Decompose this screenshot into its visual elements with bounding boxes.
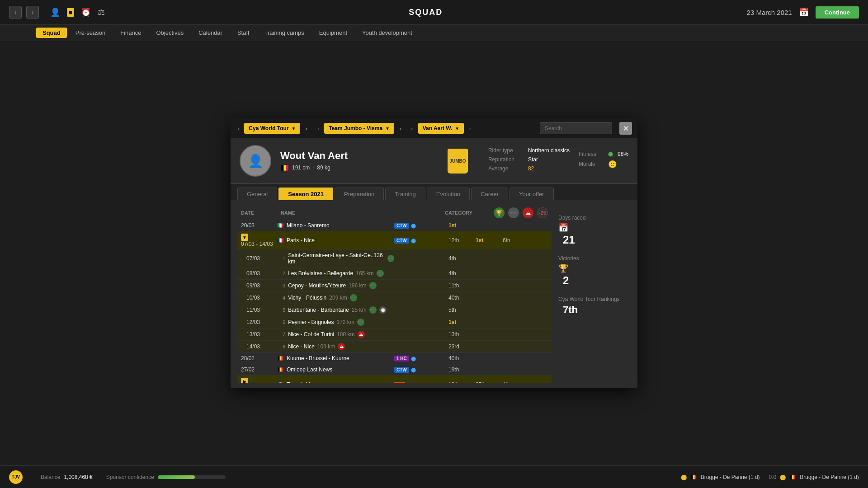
- next-race-dot-2: ⬤: [780, 474, 786, 480]
- continue-button[interactable]: Continue: [816, 6, 859, 19]
- victories-stat: Victories 🏆 2: [558, 255, 631, 287]
- table-row[interactable]: 11/03 5 Barbentane - Barbentane 25 km ➖ …: [237, 304, 552, 316]
- subnav-calendar[interactable]: Calendar: [192, 28, 229, 38]
- expand-icon[interactable]: ▼: [241, 234, 248, 241]
- team-prev-arrow[interactable]: ‹: [316, 124, 321, 133]
- table-row[interactable]: ▼ 07/03 - 14/03 🇫🇷 Paris - Nice CTW ⬤ 12…: [237, 231, 552, 250]
- balance-item: Balance 1,008,468 €: [41, 474, 93, 480]
- result-gc: 19th: [448, 366, 476, 373]
- tour-prev-arrow[interactable]: ‹: [236, 124, 241, 133]
- result-gc: 5th: [448, 307, 476, 313]
- page-title: SQUAD: [409, 8, 443, 17]
- table-row[interactable]: 13/03 7 Nice - Col de Turini 180 km ⛰ 13…: [237, 328, 552, 341]
- subnav-training-camps[interactable]: Training camps: [258, 28, 310, 38]
- subnav-squad[interactable]: Squad: [36, 28, 67, 38]
- fitness-dot: ⬤: [608, 151, 613, 156]
- date-display: 23 March 2021: [747, 9, 792, 16]
- table-row[interactable]: 12/03 6 Peynier - Brignoles 172 km ➖ 1st: [237, 316, 552, 328]
- tab-season2021[interactable]: Season 2021: [278, 188, 333, 200]
- forward-button[interactable]: ›: [26, 6, 39, 19]
- table-row[interactable]: 10/03 4 Vichy - Pélussin 209 km ➖ 40th: [237, 292, 552, 304]
- trophy-icon[interactable]: ⚖: [98, 7, 105, 17]
- tour-dropdown[interactable]: Cya World Tour ▼: [244, 123, 300, 134]
- clock-icon[interactable]: ⏰: [81, 7, 91, 17]
- race-name: 1 Saint-Germain-en-Laye - Saint-Ge..136 …: [283, 252, 394, 265]
- tab-preparation[interactable]: Preparation: [335, 188, 384, 200]
- rider-prev-arrow[interactable]: ‹: [410, 124, 414, 133]
- subnav-preseason[interactable]: Pre-season: [69, 28, 112, 38]
- next-race-name-2: Brugge - De Panne (1 d): [800, 474, 859, 480]
- trophy-stat-icon: 🏆: [558, 263, 631, 273]
- fitness-value: 98%: [618, 151, 628, 157]
- table-row[interactable]: 14/03 8 Nice - Nice 109 km ⛰ 23rd: [237, 341, 552, 353]
- next-race-flag-2: 🇧🇪: [789, 474, 796, 480]
- race-category: 2.1 ⬤: [394, 382, 448, 383]
- rider-type-row: Rider type Northern classics: [488, 147, 570, 154]
- team-dropdown-arrow: ▼: [385, 126, 390, 131]
- ranking-stat: Cya World Tour Rankings 7th: [558, 296, 631, 316]
- tour-dropdown-arrow: ▼: [292, 126, 296, 131]
- cat-badge: CTW: [394, 238, 409, 244]
- team-dropdown[interactable]: Team Jumbo - Visma ▼: [324, 123, 394, 134]
- calendar-stat-icon: 📅: [558, 223, 631, 233]
- table-row[interactable]: 27/02 🇧🇪 Omloop Last News CTW ⬤ 19th: [237, 364, 552, 375]
- table-row[interactable]: 28/02 🇧🇪 Kuurne - Brussel - Kuurne 1 HC …: [237, 353, 552, 364]
- rider-next-arrow[interactable]: ›: [467, 124, 472, 133]
- stage-num: 1: [283, 256, 285, 261]
- tour-next-arrow[interactable]: ›: [304, 124, 308, 133]
- close-button[interactable]: ✕: [619, 122, 632, 135]
- team-next-arrow[interactable]: ›: [398, 124, 402, 133]
- fitness-morale-block: Fitness ⬤ 98% Morale 🙂: [579, 151, 628, 171]
- cat-dot: ⬤: [411, 238, 416, 243]
- race-name: 4 Vichy - Pélussin 209 km ➖: [283, 294, 394, 301]
- rider-weight-sep: -: [312, 164, 314, 171]
- expand-icon[interactable]: ▶: [241, 378, 248, 383]
- tab-career[interactable]: Career: [471, 188, 508, 200]
- table-row[interactable]: 08/03 2 Les Bréviaires - Bellegarde 165 …: [237, 267, 552, 280]
- tab-your-offer[interactable]: Your offer: [509, 188, 554, 200]
- subnav-equipment[interactable]: Equipment: [313, 28, 354, 38]
- tab-evolution[interactable]: Evolution: [427, 188, 470, 200]
- table-row[interactable]: ▶ 19/02 - 21/02 🇫🇷 Tour du Var 2.1 ⬤ 19t…: [237, 375, 552, 383]
- average-label: Average: [488, 165, 524, 172]
- cat-dot: ⬤: [411, 367, 416, 372]
- top-bar: ‹ › 👤 ■ ⏰ ⚖ SQUAD 23 March 2021 📅 Contin…: [0, 0, 868, 25]
- search-input[interactable]: [540, 122, 612, 134]
- next-race-name-1: Brugge - De Panne (1 d): [701, 474, 760, 480]
- team-logo: TJV: [9, 470, 23, 484]
- race-category: CTW ⬤: [394, 223, 448, 229]
- squad-icon[interactable]: 👤: [50, 7, 60, 17]
- race-date: 08/03: [246, 270, 283, 277]
- content-area: DATE NAME CATEGORY 🏆 ➖ ⛰ -25 20/03 🇮🇹 Mi…: [231, 200, 637, 388]
- next-race-flag-1: 🇧🇪: [690, 474, 697, 480]
- rider-dropdown[interactable]: Van Aert W. ▼: [418, 123, 464, 134]
- table-row[interactable]: 09/03 3 Cepoy - Moulins/Yzeure 196 km ➖ …: [237, 280, 552, 292]
- subnav-staff[interactable]: Staff: [231, 28, 256, 38]
- subnav-finance[interactable]: Finance: [114, 28, 147, 38]
- sponsor-label: Sponsor confidence: [106, 474, 154, 480]
- jersey-text: JUMBO: [449, 159, 466, 164]
- sub-nav: Squad Pre-season Finance Objectives Cale…: [0, 25, 868, 41]
- table-scroll[interactable]: 20/03 🇮🇹 Milano - Sanremo CTW ⬤ 1st: [237, 220, 552, 383]
- table-row[interactable]: 20/03 🇮🇹 Milano - Sanremo CTW ⬤ 1st: [237, 220, 552, 231]
- rider-modal: ‹ Cya World Tour ▼ › ‹ Team Jumbo - Vism…: [231, 118, 637, 388]
- race-date: ▼ 07/03 - 14/03: [241, 234, 277, 247]
- tab-training[interactable]: Training: [385, 188, 425, 200]
- tab-general[interactable]: General: [237, 188, 277, 200]
- result-gc: 40th: [448, 295, 476, 301]
- table-row[interactable]: 07/03 1 Saint-Germain-en-Laye - Saint-Ge…: [237, 250, 552, 267]
- jersey-icon[interactable]: ■: [67, 8, 74, 17]
- back-button[interactable]: ‹: [9, 6, 22, 19]
- top-bar-icons: 👤 ■ ⏰ ⚖: [50, 7, 105, 17]
- modal-top-bar: ‹ Cya World Tour ▼ › ‹ Team Jumbo - Vism…: [231, 118, 637, 138]
- calendar-icon[interactable]: 📅: [799, 7, 809, 17]
- ranking-value: 7th: [563, 304, 631, 316]
- race-date: 09/03: [246, 282, 283, 289]
- bottom-left: Balance 1,008,468 € Sponsor confidence: [41, 474, 226, 480]
- subnav-youth[interactable]: Youth development: [356, 28, 419, 38]
- race-date: 10/03: [246, 295, 283, 301]
- subnav-objectives[interactable]: Objectives: [150, 28, 190, 38]
- victories-value: 2: [563, 274, 631, 287]
- top-bar-left: ‹ › 👤 ■ ⏰ ⚖: [9, 6, 105, 19]
- cat-badge: 1 HC: [394, 356, 409, 361]
